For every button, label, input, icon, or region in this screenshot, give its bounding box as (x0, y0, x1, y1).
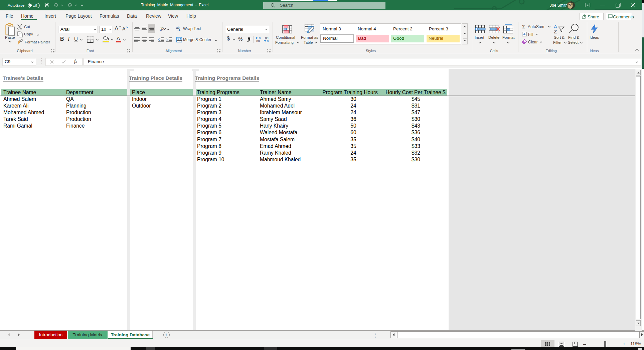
svg-text:Z: Z (554, 29, 557, 34)
svg-text:0: 0 (267, 39, 269, 42)
svg-text:ab: ab (160, 26, 165, 32)
svg-text:.00: .00 (256, 39, 260, 42)
svg-text:ab: ab (176, 26, 180, 29)
